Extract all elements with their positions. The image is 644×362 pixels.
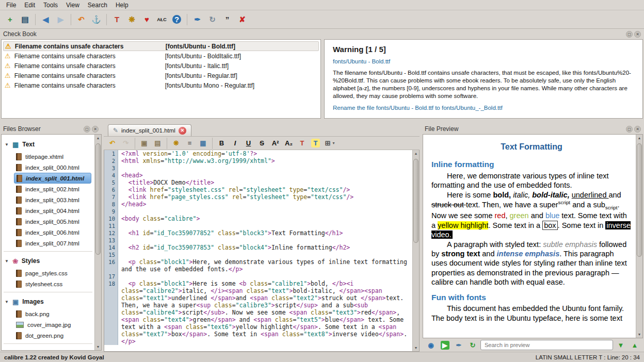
files-section-styles[interactable]: ▼❀Styles: [2, 254, 94, 268]
file-item[interactable]: index_split_007.html: [14, 238, 91, 249]
warning-row[interactable]: ⚠Filename contains unsafe characters[fon…: [3, 41, 319, 51]
smarten-punctuation-icon[interactable]: ✒: [190, 12, 204, 26]
donate-icon[interactable]: ♥: [140, 12, 154, 26]
code-line[interactable]: 8</head>: [104, 201, 412, 208]
file-item[interactable]: back.png: [14, 308, 91, 319]
file-item[interactable]: dot_green.png: [14, 330, 91, 341]
file-item[interactable]: stylesheet.css: [14, 278, 91, 289]
code-line[interactable]: 10<body class="calibre">: [104, 215, 412, 222]
strikethrough-icon[interactable]: S: [255, 137, 268, 149]
find-next-icon[interactable]: ▼: [615, 339, 627, 351]
scroll-down-icon[interactable]: ▼: [636, 331, 642, 338]
code-line[interactable]: 16 <p class="block1">Here, we demonstrat…: [104, 258, 412, 273]
run-preview-icon[interactable]: ▶: [439, 339, 451, 351]
code-line[interactable]: 17: [104, 273, 412, 280]
expander-icon[interactable]: ▼: [5, 300, 9, 304]
file-item[interactable]: titlepage.xhtml: [14, 151, 91, 162]
refresh-preview-icon[interactable]: ↻: [466, 339, 479, 351]
help-icon[interactable]: ?: [170, 12, 184, 26]
scroll-down-icon[interactable]: ▼: [413, 344, 419, 351]
code-line[interactable]: 14 <h2 id="id_Toc359077853" class="block…: [104, 244, 412, 251]
code-line[interactable]: 5 <title>DOCX Demo</title>: [104, 179, 412, 186]
file-item[interactable]: index_split_002.html: [14, 184, 91, 194]
find-previous-icon[interactable]: ▲: [629, 339, 641, 351]
code-line[interactable]: 18 <p class="block1">Here is some <b cla…: [104, 280, 412, 345]
code-line[interactable]: 7 <link href="page_styles.css" rel="styl…: [104, 193, 412, 201]
scroll-up-icon[interactable]: ▲: [636, 135, 642, 141]
preview-search-input[interactable]: [480, 340, 613, 350]
back-icon[interactable]: ◀: [39, 12, 53, 26]
redo-icon[interactable]: ↷: [119, 137, 132, 149]
smart-quotes-icon[interactable]: ”: [220, 12, 234, 26]
close-icon[interactable]: ✕: [634, 31, 641, 38]
menu-tools[interactable]: Tools: [39, 1, 62, 10]
text-color-icon[interactable]: T: [296, 137, 309, 149]
scroll-track[interactable]: [95, 141, 101, 343]
code-line[interactable]: 11: [104, 222, 412, 229]
code-line[interactable]: 2<html xmlns="http://www.w3.org/1999/xht…: [104, 157, 412, 164]
undock-icon[interactable]: ◻: [626, 31, 633, 38]
warning-row[interactable]: ⚠Filename contains unsafe characters[fon…: [3, 80, 319, 90]
open-book-icon[interactable]: ▤: [18, 12, 32, 26]
code-line[interactable]: 12 <h1 id="id_Toc359077852" class="block…: [104, 229, 412, 237]
warning-file-link[interactable]: fonts/Ubuntu - Bold.ttf: [333, 58, 634, 64]
tab-close-icon[interactable]: ✕: [179, 127, 186, 135]
menu-search[interactable]: Search: [84, 1, 111, 10]
code-line[interactable]: 3: [104, 164, 412, 172]
bold-icon[interactable]: B: [215, 137, 228, 149]
code-line[interactable]: 4<head>: [104, 172, 412, 179]
code-editor[interactable]: 1<?xml version='1.0' encoding='utf-8'?>2…: [104, 150, 412, 351]
expander-icon[interactable]: ▼: [5, 259, 9, 264]
spellcheck-icon[interactable]: AŁC: [155, 12, 169, 26]
close-icon[interactable]: ✕: [92, 126, 99, 133]
code-line[interactable]: 9: [104, 208, 412, 215]
menu-edit[interactable]: Edit: [20, 1, 39, 10]
files-section-text[interactable]: ▼▦Text: [2, 138, 94, 151]
warning-row[interactable]: ⚠Filename contains unsafe characters[fon…: [3, 51, 319, 61]
underline-icon[interactable]: U: [242, 137, 255, 149]
warning-row[interactable]: ⚠Filename contains unsafe characters[fon…: [3, 61, 319, 71]
editor-scrollbar[interactable]: ▲ ▼: [412, 150, 419, 351]
code-line[interactable]: 13: [104, 237, 412, 244]
new-file-icon[interactable]: +: [3, 12, 17, 26]
code-line[interactable]: 15: [104, 251, 412, 258]
scroll-down-icon[interactable]: ▼: [95, 343, 101, 350]
file-item[interactable]: index_split_001.html: [14, 173, 91, 184]
italic-icon[interactable]: I: [229, 137, 242, 149]
warning-row[interactable]: ⚠Filename contains unsafe characters[fon…: [3, 71, 319, 80]
scroll-thumb[interactable]: [637, 143, 642, 257]
background-color-icon[interactable]: T: [309, 137, 322, 149]
scroll-up-icon[interactable]: ▲: [413, 150, 419, 157]
bug-icon[interactable]: ❋: [125, 12, 139, 26]
forward-icon[interactable]: ▶: [54, 12, 68, 26]
copy-icon[interactable]: ▤: [151, 137, 164, 149]
beautify-icon[interactable]: ✒: [453, 339, 465, 351]
code-line[interactable]: 1<?xml version='1.0' encoding='utf-8'?>: [104, 150, 412, 157]
files-scrollbar[interactable]: ▲ ▼: [94, 135, 101, 350]
undock-icon[interactable]: ◻: [626, 126, 633, 133]
file-item[interactable]: index_split_006.html: [14, 227, 91, 238]
paste-icon[interactable]: ▣: [138, 137, 151, 149]
undo-icon[interactable]: ↶: [74, 12, 88, 26]
arrange-icon[interactable]: ↻: [205, 12, 219, 26]
file-item[interactable]: index_split_003.html: [14, 194, 91, 205]
insert-table-icon[interactable]: ⊞▾: [323, 137, 335, 149]
check-book-icon[interactable]: ⚓: [89, 12, 103, 26]
menu-file[interactable]: File: [2, 1, 20, 10]
undock-icon[interactable]: ◻: [84, 126, 90, 133]
expander-icon[interactable]: ▼: [5, 142, 9, 147]
detach-preview-icon[interactable]: ◉: [425, 339, 437, 351]
scroll-thumb[interactable]: [413, 159, 418, 243]
fonts-icon[interactable]: T: [110, 12, 124, 26]
scroll-thumb[interactable]: [95, 143, 101, 255]
undo-icon[interactable]: ↶: [106, 137, 119, 149]
preview-scrollbar[interactable]: ▲ ▼: [636, 135, 642, 338]
files-section-images[interactable]: ▼▣Images: [2, 295, 94, 308]
scroll-track[interactable]: [413, 157, 419, 344]
menu-help[interactable]: Help: [111, 1, 133, 10]
scroll-up-icon[interactable]: ▲: [95, 135, 101, 141]
warning-fix-link[interactable]: Rename the file fonts/Ubuntu - Bold.ttf …: [333, 105, 634, 111]
file-item[interactable]: cover_image.jpg: [14, 319, 91, 330]
insert-list-icon[interactable]: ≡: [183, 137, 196, 149]
superscript-icon[interactable]: A²: [269, 137, 282, 149]
